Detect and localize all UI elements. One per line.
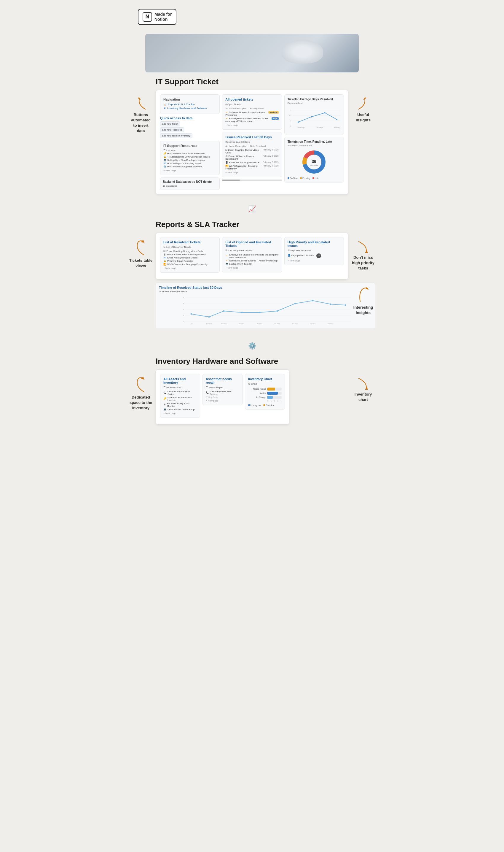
resource-item-4[interactable]: ⚙️ How to Install & Update Software [163, 165, 216, 168]
notion-icon: N [143, 12, 152, 22]
reports-section: Reports & SLA Tracker Tickets table view… [129, 220, 375, 331]
reports-card: List of Resolved Tickets ☰ List of Resol… [156, 233, 348, 280]
it-support-left-col: Navigation 📊 Reports & SLA Tracker 🖥 Inv… [160, 94, 220, 190]
asset-item-0[interactable]: 📞 Cisco IP Phone 8800 Series [163, 390, 197, 396]
opened-item-1[interactable]: 🔸 Software License Expired – Adobe Photo… [225, 259, 278, 262]
resource-item-2[interactable]: 💻 Setting Up a New Employee Laptop [163, 159, 216, 161]
svg-text:9: 9 [183, 297, 184, 298]
svg-text:2: 2 [290, 120, 291, 121]
svg-text:On Time: On Time [292, 323, 298, 324]
resolved-item-2[interactable]: 📧 Email Not Syncing on Mobile [163, 256, 216, 259]
arrow-inventory-left-svg [135, 376, 147, 393]
item-menu-btn[interactable]: ⋯ [316, 254, 321, 258]
inventory-chart-panel: Inventory Chart ⊙ Chart Needs Repair [245, 374, 285, 410]
donut-svg: 36 Total Number [299, 149, 329, 175]
svg-point-38 [241, 312, 242, 313]
nav-item-reports[interactable]: 📊 Reports & SLA Tracker [163, 103, 216, 106]
gear-icon: ⚙️ [246, 340, 258, 352]
resource-item-0[interactable]: 🔑 How to Reset Your Email Password [163, 152, 216, 155]
svg-point-12 [298, 121, 299, 123]
svg-point-15 [336, 119, 337, 120]
asset-item-2[interactable]: 🖥 HP EliteDisplay E243 Monitor [163, 402, 197, 407]
scroll-thumb [222, 179, 240, 181]
svg-point-41 [294, 303, 296, 304]
reports-right-col: High Priority and Escalated Issues ☰ Hig… [284, 237, 344, 275]
svg-point-44 [345, 304, 346, 306]
resource-item-1[interactable]: 🔒 Troubleshooting VPN Connection Issues [163, 156, 216, 158]
svg-text:36: 36 [312, 159, 317, 164]
bar-needs-repair: Needs Repair [248, 387, 282, 390]
inventory-right-col: Inventory Chart ⊙ Chart Needs Repair [245, 374, 285, 420]
ticket-row-0: 🔸 Software License Expired – Adobe Photo… [225, 111, 278, 116]
svg-point-42 [312, 300, 314, 301]
svg-text:Total Number: Total Number [309, 164, 319, 166]
inventory-chart-subtitle: ⊙ Chart [248, 383, 282, 385]
timeline-subtitle: ⊙ Tickets Resolved Status [159, 290, 372, 293]
reports-mid-col: List of Opened and Escalated Tickets ☰ L… [222, 237, 282, 275]
navigation-panel: Navigation 📊 Reports & SLA Tracker 🖥 Inv… [160, 94, 220, 114]
opened-item-0[interactable]: 🔸 Employee is unable to connect to the c… [225, 254, 278, 259]
resolved-item-0[interactable]: ☑ Zoom Crashing During Video Calls [163, 250, 216, 253]
assets-new-page[interactable]: + New page [163, 412, 197, 415]
timeline-chart-svg: 9 8 5 3 0 [159, 295, 372, 324]
resolved-item-3[interactable]: 🔒 Phishing Email Reported [163, 260, 216, 262]
svg-text:Pending: Pending [257, 323, 263, 324]
all-opened-panel: All opened tickets 8 Open Tickets An Iss… [222, 94, 282, 130]
reports-section-icon: 📈 [129, 203, 375, 215]
needs-repair-panel: Asset that needs repair ☰ Needs Repair 📞… [202, 374, 242, 405]
inventory-card: All Assets and Inventory ☰ All Assets Li… [156, 369, 289, 425]
resource-view-tag: ☰ List view [163, 149, 216, 152]
add-asset-button[interactable]: add new asset in inventory [160, 133, 193, 138]
bar-fill-0 [267, 387, 275, 390]
svg-marker-55 [141, 377, 144, 380]
resolved-row-2: 📱 Email Not Syncing on Mobile February 7… [225, 161, 278, 164]
open-count: 8 Open Tickets [225, 103, 278, 106]
trending-icon: 📈 [246, 203, 258, 215]
it-support-card: Navigation 📊 Reports & SLA Tracker 🖥 Inv… [156, 90, 348, 194]
avg-days-chart-panel: Tickets: Average Days Resolved Days reso… [284, 94, 344, 135]
svg-text:On Time: On Time [328, 323, 334, 324]
resources-new-page[interactable]: + New page [163, 169, 216, 172]
resource-item-3[interactable]: 📧 How to Report a Phishing Email [163, 162, 216, 165]
all-assets-subtitle: ☰ All Assets List [163, 386, 197, 389]
timeline-panel: Timeline of Resolved Status last 30 Days… [156, 282, 375, 329]
reports-title: Reports & SLA Tracker [156, 220, 375, 229]
add-ticket-button[interactable]: add new Ticket [160, 121, 180, 126]
repair-item-0[interactable]: 📞 Cisco IP Phone 8800 Series [206, 390, 239, 396]
opened-item-2[interactable]: 💻 Laptop Won't Turn On [225, 263, 278, 265]
resolved-row-3: 📶 Wi-Fi Connection Dropping Frequently F… [225, 165, 278, 170]
svg-point-39 [259, 312, 260, 313]
db-item: ☰ Databases [163, 185, 217, 187]
repair-new-page[interactable]: + New page [206, 399, 239, 402]
arrow-right-priority-svg [357, 239, 369, 254]
resolved-header: An Issue Description Date Resolved [225, 145, 278, 147]
it-support-title: IT Support Ticket [156, 77, 375, 86]
scroll-track [222, 179, 282, 181]
opened-new-page[interactable]: + New page [225, 124, 278, 126]
svg-text:Pending: Pending [239, 323, 245, 324]
resolved-item-4[interactable]: 📶 Wi-Fi Connection Dropping Frequently [163, 263, 216, 266]
notion-badge: N Made for Notion [138, 9, 176, 25]
high-priority-item-0[interactable]: 👤 Laptop Won't Turn On [288, 254, 314, 257]
it-support-mid-col: All opened tickets 8 Open Tickets An Iss… [222, 94, 282, 190]
svg-point-40 [276, 310, 278, 312]
arrow-right-svg [357, 96, 369, 111]
resolved-new-page[interactable]: + New page [225, 171, 278, 174]
svg-text:Last 7 days: Last 7 days [316, 127, 323, 128]
add-resource-button[interactable]: add new Resource [160, 127, 184, 132]
svg-point-43 [330, 303, 331, 305]
asset-item-3[interactable]: 💻 Dell Latitude 7420 Laptop [163, 408, 197, 411]
high-priority-new-page[interactable]: + New page [288, 259, 341, 262]
right-label-inv-chart: Inventory chart [351, 376, 375, 403]
asset-item-1[interactable]: 🔑 Microsoft 365 Business License [163, 396, 197, 401]
nav-item-inventory[interactable]: 🖥 Inventory Hardware and Software [163, 107, 216, 110]
reports-left-col: List of Resolved Tickets ☰ List of Resol… [160, 237, 220, 275]
list-opened-subtitle: ☰ List of Opened Tickets [225, 249, 278, 252]
arrow-inv-chart-svg [357, 376, 369, 390]
resolved-subtitle: Resolved Last 30 Days [225, 141, 278, 143]
resolved-item-1[interactable]: 🖨 Printer Offline in Finance Department [163, 253, 216, 256]
svg-text:Yesterday: Yesterday [334, 127, 340, 128]
opened-list-new-page[interactable]: + New page [225, 266, 278, 269]
it-support-right-col: Tickets: Average Days Resolved Days reso… [284, 94, 344, 190]
resolved-list-new-page[interactable]: + New page [163, 267, 216, 269]
